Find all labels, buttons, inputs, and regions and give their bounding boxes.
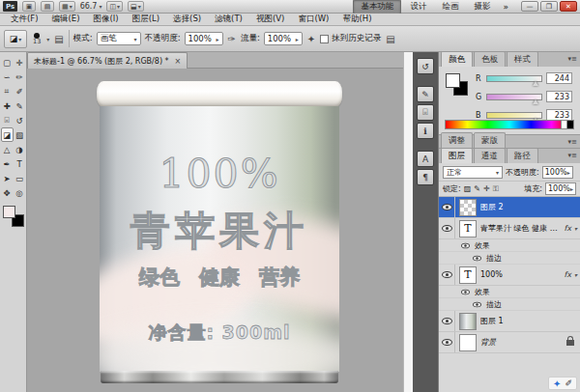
- layer-effects-badge[interactable]: fx▾: [564, 224, 580, 233]
- mini-bridge-icon[interactable]: ▤: [41, 1, 54, 12]
- brush-panel-icon[interactable]: ▤: [385, 34, 395, 44]
- clone-source-panel-icon[interactable]: ⌻: [417, 104, 434, 121]
- character-panel-icon[interactable]: A: [417, 151, 434, 167]
- menu-select[interactable]: 选择(S): [166, 14, 208, 25]
- layer-effects-badge[interactable]: fx▾: [564, 270, 580, 279]
- layer-thumbnail[interactable]: [459, 334, 477, 351]
- menu-window[interactable]: 窗口(W): [291, 14, 335, 25]
- text-layer-thumbnail[interactable]: T: [459, 266, 477, 284]
- menu-file[interactable]: 文件(F): [4, 14, 45, 25]
- canvas[interactable]: 100% 青苹果汁 绿色 健康 营养 净含量: 300ml: [27, 69, 403, 392]
- zoom-tool[interactable]: ◎: [14, 185, 26, 200]
- tool-preset-picker[interactable]: ◪ ▾: [4, 30, 27, 48]
- airbrush-icon[interactable]: ✦: [306, 34, 316, 44]
- effects-row[interactable]: 效果: [439, 239, 580, 252]
- tab-adjustments[interactable]: 调整: [441, 132, 473, 148]
- eye-icon[interactable]: [461, 289, 470, 294]
- flow-value[interactable]: 100% ▸: [264, 32, 303, 45]
- eye-icon[interactable]: [473, 301, 481, 307]
- info-panel-icon[interactable]: ℹ: [417, 123, 434, 139]
- menu-layer[interactable]: 图层(L): [126, 14, 166, 25]
- stroke-effect-row[interactable]: 描边: [439, 298, 580, 311]
- red-slider[interactable]: [486, 75, 542, 82]
- slider-thumb[interactable]: [533, 81, 538, 86]
- tab-swatches[interactable]: 色板: [474, 51, 506, 67]
- panel-menu-icon[interactable]: ▾≡: [568, 55, 577, 63]
- visibility-toggle[interactable]: [439, 311, 455, 331]
- minimize-button[interactable]: —: [521, 1, 538, 12]
- workspace-painting[interactable]: 绘画: [435, 0, 465, 14]
- screen-mode-icon[interactable]: ⬓▾: [128, 1, 144, 12]
- lasso-tool[interactable]: ∽: [1, 70, 14, 84]
- layer-thumbnail[interactable]: [459, 313, 477, 330]
- eye-icon[interactable]: [461, 242, 470, 248]
- zoom-level-control[interactable]: 66.7▾: [80, 2, 102, 11]
- black-swatch[interactable]: [567, 120, 574, 129]
- visibility-toggle[interactable]: [439, 218, 455, 238]
- tab-channels[interactable]: 通道: [474, 148, 506, 163]
- quick-selection-tool[interactable]: ✏: [14, 70, 26, 84]
- brush-tool[interactable]: ✎: [14, 98, 26, 113]
- ime-tool-icon[interactable]: ✐: [565, 378, 572, 388]
- bridge-icon[interactable]: ▣: [22, 1, 36, 12]
- layer-opacity-value[interactable]: 100% ▸: [542, 166, 573, 179]
- rectangular-marquee-tool[interactable]: ▢: [1, 55, 14, 70]
- tab-paths[interactable]: 路径: [507, 148, 538, 163]
- hand-tool[interactable]: ✥: [1, 185, 14, 200]
- clone-stamp-tool[interactable]: ⌻: [1, 113, 14, 127]
- restore-button[interactable]: ❐: [540, 1, 558, 12]
- foreground-color-swatch[interactable]: [3, 206, 15, 218]
- layer-row-percent-text[interactable]: T 100% fx▾: [439, 265, 580, 286]
- green-value-field[interactable]: 233: [546, 91, 572, 102]
- tablet-opacity-icon[interactable]: ✑: [227, 34, 237, 44]
- move-tool[interactable]: ✛: [14, 55, 26, 70]
- crop-tool[interactable]: ⌗: [1, 84, 14, 98]
- ime-icon[interactable]: ✦: [553, 378, 561, 389]
- eye-icon[interactable]: [473, 255, 481, 261]
- eyedropper-tool[interactable]: ✐: [14, 84, 26, 98]
- blend-mode-select[interactable]: 正常 ▾: [443, 166, 503, 179]
- layer-row-layer1[interactable]: 图层 1: [439, 311, 580, 332]
- white-swatch[interactable]: [561, 120, 567, 129]
- green-slider[interactable]: [486, 94, 542, 100]
- workspace-overflow[interactable]: »: [499, 2, 512, 12]
- mode-select[interactable]: 画笔 ▾: [97, 32, 141, 45]
- toggle-brush-panel-icon[interactable]: ▤: [53, 34, 64, 44]
- menu-edit[interactable]: 编辑(E): [45, 14, 87, 25]
- slider-thumb[interactable]: [533, 99, 538, 104]
- foreground-color-swatch[interactable]: [446, 73, 460, 88]
- close-tab-icon[interactable]: ×: [175, 57, 182, 66]
- paragraph-panel-icon[interactable]: ¶: [417, 169, 434, 185]
- view-extras-icon[interactable]: ▦▾: [59, 1, 75, 12]
- color-spectrum-ramp[interactable]: [445, 120, 574, 129]
- history-panel-icon[interactable]: ↺: [417, 58, 434, 74]
- layer-row-product-text[interactable]: T 青苹果汁 绿色 健康 … fx▾: [439, 218, 580, 239]
- checkbox[interactable]: [320, 35, 329, 43]
- pen-tool[interactable]: ✒: [1, 156, 14, 171]
- workspace-design[interactable]: 设计: [403, 0, 433, 14]
- text-layer-thumbnail[interactable]: T: [459, 220, 477, 238]
- arrange-documents-icon[interactable]: ◫▾: [106, 1, 123, 12]
- eraser-tool[interactable]: ◪: [1, 127, 14, 142]
- dodge-tool[interactable]: ◑: [14, 142, 26, 156]
- menu-image[interactable]: 图像(I): [87, 14, 126, 25]
- panel-menu-icon[interactable]: ▾≡: [568, 138, 577, 146]
- workspace-photography[interactable]: 摄影: [467, 0, 497, 14]
- lock-position-icon[interactable]: ✛: [483, 184, 490, 194]
- vertical-scrollbar[interactable]: [403, 52, 413, 392]
- panel-menu-icon[interactable]: ▾≡: [568, 152, 577, 159]
- menu-help[interactable]: 帮助(H): [335, 14, 378, 25]
- visibility-toggle[interactable]: [439, 265, 455, 285]
- erase-to-history-option[interactable]: 抹到历史记录: [320, 33, 381, 44]
- fill-value[interactable]: 100% ▸: [545, 182, 576, 195]
- red-value-field[interactable]: 244: [546, 72, 572, 84]
- lock-pixels-icon[interactable]: ✎: [474, 184, 480, 194]
- healing-brush-tool[interactable]: ✚: [1, 98, 14, 113]
- menu-view[interactable]: 视图(V): [249, 14, 291, 25]
- visibility-toggle[interactable]: [439, 332, 455, 352]
- tab-layers[interactable]: 图层: [441, 148, 473, 163]
- lock-transparency-icon[interactable]: ▨: [464, 184, 472, 194]
- gradient-tool[interactable]: ▧: [14, 127, 26, 142]
- lock-all-icon[interactable]: ⚿: [493, 184, 499, 194]
- blur-tool[interactable]: △: [1, 142, 14, 156]
